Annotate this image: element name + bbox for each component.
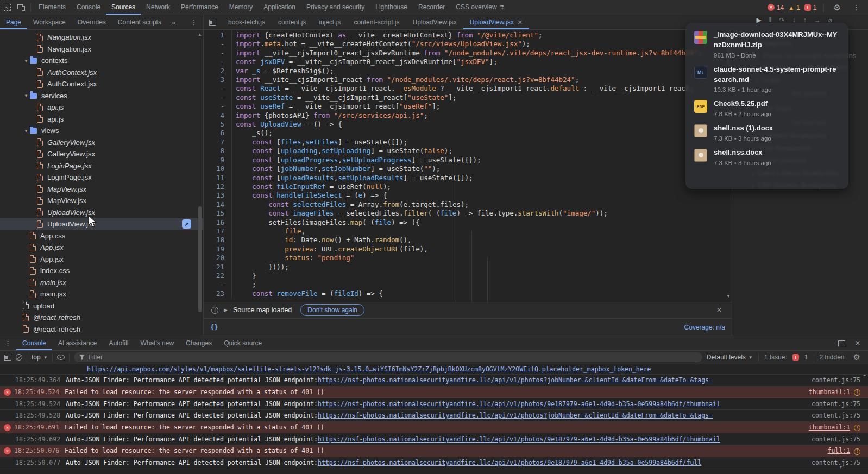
line-number[interactable]: 22 — [204, 271, 232, 280]
download-item[interactable]: _image-download-03X4MRJMUx--MYnzDxnmHJ.z… — [694, 30, 840, 59]
line-number[interactable]: - — [204, 280, 232, 289]
tree-item-loginpage-jsx[interactable]: LoginPage.jsx — [0, 160, 203, 172]
settings-gear-icon[interactable]: ⚙ — [831, 3, 844, 12]
tree-item-main-jsx[interactable]: main.jsx — [0, 277, 203, 289]
open-in-new-icon[interactable]: ↗ — [182, 219, 191, 229]
scroll-down-icon[interactable]: ▼ — [726, 294, 731, 299]
line-number[interactable]: 8 — [204, 147, 232, 155]
tree-item-app-jsx[interactable]: App.jsx — [0, 242, 203, 254]
panel-tab-application[interactable]: Application — [258, 0, 301, 15]
tree-item-authcontext-jsx[interactable]: AuthContext.jsx — [0, 67, 203, 79]
console-url-link[interactable]: https://nsf-photos.nationalsecurityandfi… — [318, 400, 720, 408]
hide-navigator-icon[interactable] — [209, 20, 216, 26]
nav-tab-page[interactable]: Page — [0, 15, 27, 29]
tree-item-galleryview-jsx[interactable]: GalleryView.jsx — [0, 137, 203, 149]
download-item[interactable]: shell.nss.docx7.3 KB • 3 hours ago — [694, 148, 840, 166]
line-number[interactable]: 11 — [204, 174, 232, 182]
panel-tab-elements[interactable]: Elements — [33, 0, 71, 15]
tree-item-mapview-jsx[interactable]: MapView.jsx — [0, 195, 203, 207]
line-number[interactable]: 14 — [204, 200, 232, 209]
drawer-kebab-icon[interactable]: ⋮ — [0, 336, 16, 350]
panel-tab-privacy-and-security[interactable]: Privacy and security — [301, 0, 370, 15]
console-settings-gear-icon[interactable]: ⚙ — [850, 352, 864, 362]
device-toolbar-icon[interactable] — [14, 2, 28, 14]
download-item[interactable]: shell.nss (1).docx7.3 KB • 3 hours ago — [694, 123, 840, 142]
log-levels-dropdown[interactable]: Default levels▼ — [707, 353, 753, 361]
dont-show-again-button[interactable]: Don't show again — [300, 304, 364, 316]
drawer-tab-autofill[interactable]: Autofill — [103, 336, 134, 350]
console-source-location[interactable]: thumbnail:1! — [800, 424, 860, 432]
nav-tab-content-scripts[interactable]: Content scripts — [112, 15, 167, 29]
error-source-link[interactable]: full:1 — [827, 447, 850, 454]
hidden-messages-link[interactable]: 2 hidden — [820, 353, 845, 361]
line-number[interactable]: 10 — [204, 165, 232, 173]
code-editor[interactable]: 1import {createHotContext as __vite__cre… — [204, 30, 732, 302]
open-issue-icon[interactable]: ! — [854, 389, 860, 396]
file-tab-uploadview-jsx[interactable]: UploadView.jsx — [406, 15, 463, 29]
line-number[interactable]: 4 — [204, 111, 232, 120]
line-number[interactable]: - — [204, 49, 232, 58]
console-scroll-down-icon[interactable]: ▼ — [839, 465, 843, 470]
tree-item-app-css[interactable]: App.css — [0, 230, 203, 242]
line-number[interactable]: 23 — [204, 289, 232, 298]
file-tab-hook-fetch-js[interactable]: hook-fetch.js — [222, 15, 272, 29]
tree-item-app-jsx[interactable]: App.jsx — [0, 254, 203, 266]
line-number[interactable]: 3 — [204, 75, 232, 84]
panel-tab-performance[interactable]: Performance — [175, 0, 224, 15]
tree-item-uploadview-jsx[interactable]: UploadView.jsx — [0, 207, 203, 219]
tree-item-upload[interactable]: upload — [0, 300, 203, 312]
more-tabs-chevron-icon[interactable]: » — [167, 15, 180, 29]
error-source-link[interactable]: thumbnail:1 — [809, 388, 850, 396]
line-number[interactable]: - — [204, 40, 232, 48]
error-source-link[interactable]: thumbnail:1 — [809, 424, 850, 431]
pretty-print-icon[interactable]: {} — [210, 324, 218, 331]
drawer-tab-what-s-new[interactable]: What's new — [134, 336, 180, 350]
close-tab-icon[interactable]: ✕ — [518, 19, 523, 26]
tree-item-api-js[interactable]: api.js — [0, 102, 203, 113]
panel-tab-recorder[interactable]: Recorder — [413, 0, 450, 15]
split-panel-icon[interactable] — [838, 340, 845, 346]
issues-link[interactable]: 1 Issue: — [764, 353, 787, 361]
line-number[interactable]: 12 — [204, 182, 232, 191]
line-number[interactable]: 20 — [204, 254, 232, 262]
tree-item-index-css[interactable]: index.css — [0, 265, 203, 277]
line-number[interactable]: - — [204, 58, 232, 66]
open-issue-icon[interactable]: ! — [854, 425, 860, 431]
file-tab-content-script-js[interactable]: content-script.js — [347, 15, 406, 29]
line-number[interactable]: - — [204, 102, 232, 111]
expand-triangle-icon[interactable]: ▶ — [224, 307, 228, 313]
drawer-tab-console[interactable]: Console — [16, 336, 52, 350]
tree-item-services[interactable]: ▾services — [0, 90, 203, 102]
tree-item-react-refresh[interactable]: @react-refresh — [0, 324, 203, 336]
nav-tab-overrides[interactable]: Overrides — [72, 15, 112, 29]
file-tab-uploadview-jsx[interactable]: UploadView.jsx✕ — [463, 15, 529, 29]
tree-item-views[interactable]: ▾views — [0, 125, 203, 137]
tree-item-navigation-jsx[interactable]: Navigation.jsx — [0, 31, 203, 43]
line-number[interactable]: 6 — [204, 129, 232, 137]
console-source-location[interactable]: content.js:75 — [803, 400, 860, 408]
nav-tab-workspace[interactable]: Workspace — [27, 15, 72, 29]
close-drawer-icon[interactable]: ✕ — [855, 339, 860, 347]
line-number[interactable]: 2 — [204, 67, 232, 75]
line-number[interactable]: 1 — [204, 31, 232, 40]
console-url-link[interactable]: https://nsf-photos.nationalsecurityandfi… — [318, 435, 720, 443]
line-number[interactable]: - — [204, 93, 232, 102]
clear-console-icon[interactable] — [16, 354, 22, 361]
line-number[interactable]: - — [204, 84, 232, 93]
console-source-location[interactable]: thumbnail:1! — [800, 388, 860, 396]
panel-tab-css-overview[interactable]: CSS overview⚗ — [450, 0, 510, 15]
tree-item-loginpage-jsx[interactable]: LoginPage.jsx — [0, 172, 203, 184]
console-sidebar-icon[interactable] — [4, 355, 11, 361]
error-badge-icon[interactable]: ✕ — [768, 4, 775, 11]
console-url-link[interactable]: https://nsf-photos.nationalsecurityandfi… — [318, 459, 701, 466]
live-expression-eye-icon[interactable] — [57, 355, 65, 360]
panel-tab-console[interactable]: Console — [71, 0, 106, 15]
folder-twisty-icon[interactable]: ▾ — [22, 93, 30, 98]
panel-tab-lighthouse[interactable]: Lighthouse — [370, 0, 413, 15]
folder-twisty-icon[interactable]: ▾ — [22, 128, 30, 134]
console-filter-input[interactable]: Filter — [74, 352, 702, 362]
panel-tab-memory[interactable]: Memory — [224, 0, 258, 15]
close-notification-icon[interactable]: ✕ — [716, 306, 724, 314]
line-number[interactable]: 17 — [204, 227, 232, 236]
drawer-tab-changes[interactable]: Changes — [180, 336, 218, 350]
